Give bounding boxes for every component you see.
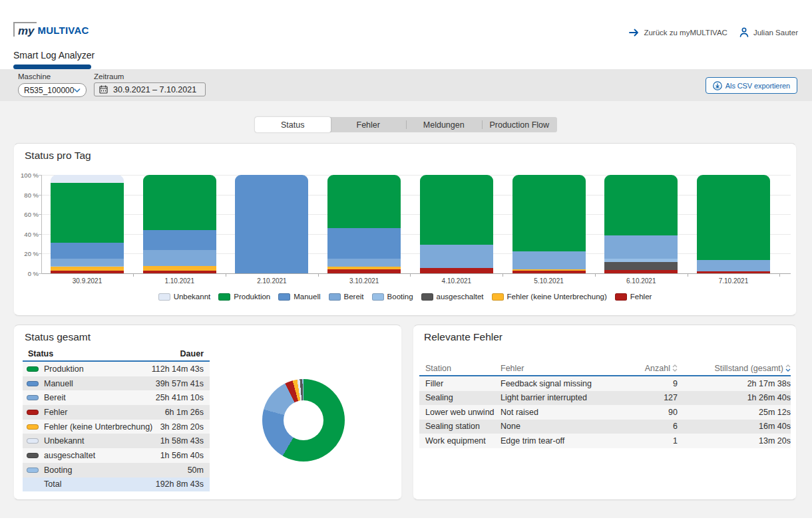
error-name: Feedback signal missing	[501, 379, 618, 388]
bar-6.10.2021	[604, 175, 678, 273]
legend-item-fehler_ku: Fehler (keine Unterbrechung)	[492, 293, 607, 301]
status-swatch-fehler_ku	[27, 424, 39, 430]
bar-segment-produktion	[512, 175, 586, 251]
legend-label: Booting	[387, 293, 413, 301]
status-row-unbekannt: Unbekannt1h 58m 43s	[23, 434, 210, 448]
logo-brand: MULTIVAC	[38, 25, 89, 37]
error-downtime: 16m 40s	[678, 422, 791, 431]
legend-swatch-bereit	[329, 293, 341, 301]
bar-segment-fehler	[327, 269, 401, 273]
user-icon	[739, 27, 749, 37]
status-row-booting: Booting50m	[23, 463, 210, 477]
legend-swatch-manuell	[278, 293, 290, 301]
x-tick-label: 4.10.2021	[420, 277, 493, 285]
chevron-down-icon	[74, 88, 81, 92]
bar-segment-produktion	[697, 175, 770, 260]
status-donut-chart	[262, 379, 345, 462]
dauer-col-header: Dauer	[180, 349, 204, 358]
bar-segment-produktion	[51, 183, 124, 243]
y-tick-label: 20 %	[24, 250, 39, 257]
chart-title: Status pro Tag	[25, 150, 91, 162]
bar-30.9.2021	[51, 175, 124, 273]
calendar-icon	[99, 85, 108, 94]
tab-production-flow[interactable]: Production Flow	[482, 117, 558, 132]
status-duration: 25h 41m 10s	[156, 393, 204, 402]
legend-swatch-ausgeschaltet	[421, 293, 433, 301]
status-row-bereit: Bereit25h 41m 10s	[23, 390, 210, 405]
relevante-fehler-card: Relevante Fehler StationFehlerAnzahl Sti…	[413, 325, 797, 500]
legend-item-fehler: Fehler	[615, 293, 652, 301]
period-value: 30.9.2021 – 7.10.2021	[113, 85, 196, 94]
y-tick-label: 40 %	[24, 231, 39, 238]
bar-segment-manuell	[143, 230, 216, 250]
machine-select-value: R535_100000	[24, 86, 74, 95]
bar-segment-fehler	[143, 271, 216, 273]
bar-segment-bereit	[327, 259, 401, 267]
legend-label: Bereit	[344, 293, 364, 301]
bar-segment-fehler	[604, 270, 678, 273]
x-tick-label: 6.10.2021	[604, 277, 678, 285]
bar-segment-fehler	[697, 271, 770, 273]
legend-label: Fehler	[630, 293, 652, 301]
legend-swatch-fehler_ku	[492, 293, 504, 301]
status-duration: 1h 56m 40s	[160, 451, 204, 460]
status-duration: 112h 14m 43s	[152, 364, 204, 374]
sort-icon[interactable]	[785, 364, 791, 372]
status-swatch-unbekannt	[27, 438, 39, 444]
error-station: Sealing	[419, 393, 501, 402]
status-row-fehler_ku: Fehler (keine Unterbrechung)3h 28m 20s	[23, 420, 210, 434]
error-count: 1	[618, 436, 678, 446]
error-downtime: 2h 17m 38s	[678, 379, 791, 388]
legend-label: Unbekannt	[174, 293, 211, 301]
status-row-produktion: Produktion112h 14m 43s	[23, 362, 210, 376]
col-station[interactable]: Station	[419, 364, 501, 373]
total-label: Total	[44, 479, 156, 489]
x-tick-label: 30.9.2021	[51, 277, 124, 285]
tab-fehler[interactable]: Fehler	[331, 117, 407, 132]
error-count: 9	[618, 379, 678, 388]
status-table: StatusDauerProduktion112h 14m 43sManuell…	[23, 348, 210, 491]
tab-smart-log-analyzer[interactable]: Smart Log Analyzer	[13, 50, 95, 61]
error-station: Work equipment	[419, 436, 501, 446]
tab-meldungen[interactable]: Meldungen	[406, 117, 482, 132]
status-row-fehler: Fehler6h 1m 26s	[23, 405, 210, 420]
status-label: Bereit	[44, 393, 156, 402]
legend-item-unbekannt: Unbekannt	[158, 293, 211, 301]
export-csv-button[interactable]: Als CSV exportieren	[706, 77, 797, 94]
error-row-filler: FillerFeedback signal missing92h 17m 38s	[419, 376, 791, 391]
col-fehler[interactable]: Fehler	[501, 364, 618, 373]
logo-my: my	[13, 22, 37, 37]
col-anzahl[interactable]: Anzahl	[618, 364, 678, 373]
legend-swatch-fehler	[615, 293, 627, 301]
status-swatch-booting	[27, 467, 39, 473]
y-tick-label: 100 %	[21, 172, 39, 179]
status-swatch-fehler	[27, 410, 39, 415]
bar-2.10.2021	[235, 175, 308, 273]
sort-icon[interactable]	[672, 364, 678, 372]
bar-segment-produktion	[604, 175, 678, 235]
bar-4.10.2021	[420, 175, 493, 273]
bar-3.10.2021	[327, 175, 401, 273]
x-tick-label: 5.10.2021	[512, 277, 586, 285]
user-menu[interactable]: Julian Sauter	[739, 27, 798, 37]
back-link[interactable]: Zurück zu myMULTIVAC	[629, 29, 727, 37]
status-label: Fehler	[44, 408, 165, 417]
legend-item-ausgeschaltet: ausgeschaltet	[421, 293, 484, 301]
machine-label: Maschine	[18, 72, 87, 80]
status-swatch-produktion	[27, 366, 39, 372]
machine-select[interactable]: R535_100000	[18, 83, 87, 97]
period-input[interactable]: 30.9.2021 – 7.10.2021	[94, 82, 206, 96]
status-swatch-manuell	[27, 381, 39, 386]
legend-item-produktion: Produktion	[218, 293, 270, 301]
error-downtime: 25m 12s	[678, 408, 791, 417]
multivac-logo: my MULTIVAC	[13, 22, 89, 37]
legend-item-bereit: Bereit	[329, 293, 364, 301]
legend-label: ausgeschaltet	[437, 293, 484, 301]
x-tick-label: 3.10.2021	[327, 277, 401, 285]
tab-status[interactable]: Status	[255, 117, 331, 132]
col-stillstand[interactable]: Stillstand (gesamt)	[678, 364, 791, 373]
y-tick-label: 60 %	[24, 211, 39, 218]
error-name: Light barrier interrupted	[501, 393, 618, 402]
error-count: 127	[618, 393, 678, 402]
y-axis-labels: 100 %80 %60 %40 %20 %0 %	[14, 175, 39, 273]
